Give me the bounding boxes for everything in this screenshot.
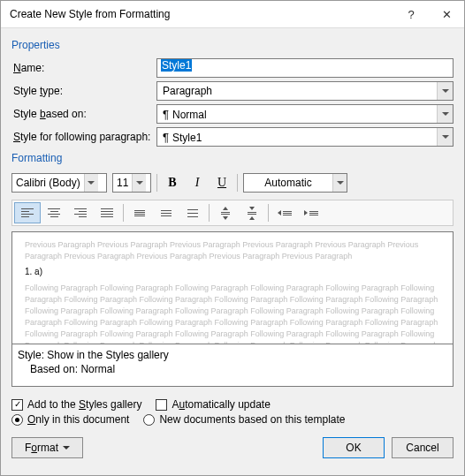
check-icon: ✓ [11, 399, 23, 411]
button-bar: Format OK Cancel [11, 432, 454, 467]
line-spacing-1-button[interactable] [126, 202, 153, 223]
add-to-gallery-checkbox[interactable]: ✓ Add to the Styles gallery [11, 398, 141, 411]
font-size-combo[interactable]: 11 [112, 173, 151, 193]
separator [268, 204, 269, 222]
line-spacing-2-button[interactable] [179, 202, 206, 223]
section-properties: Properties [11, 39, 454, 51]
dialog-content: Properties Name: Style1 Style type: Para… [1, 28, 464, 475]
formatting-bar: Calibri (Body) 11 B I U Automatic [11, 173, 454, 193]
options-area: ✓ Add to the Styles gallery Automaticall… [11, 396, 454, 428]
font-combo[interactable]: Calibri (Body) [11, 173, 107, 193]
close-button[interactable]: ✕ [429, 1, 464, 28]
help-button[interactable]: ? [393, 1, 429, 28]
dropdown-icon [63, 446, 70, 450]
name-label: Name: [11, 62, 156, 74]
based-on-combo[interactable]: ¶Normal [156, 104, 454, 124]
align-left-button[interactable] [14, 202, 41, 223]
font-color-combo[interactable]: Automatic [243, 173, 347, 193]
radio-icon [143, 414, 155, 426]
only-this-document-radio[interactable]: Only in this document [11, 413, 129, 426]
chevron-down-icon[interactable] [437, 105, 453, 123]
style-type-label: Style type: [11, 85, 156, 97]
indent-increase-button[interactable] [298, 202, 324, 223]
chevron-down-icon[interactable] [332, 174, 347, 192]
preview-sample: 1. a) [25, 266, 440, 279]
space-before-dec-button[interactable] [239, 202, 265, 223]
style-description: Style: Show in the Styles gallery Based … [11, 344, 454, 387]
separator [156, 174, 157, 192]
separator [123, 204, 124, 222]
separator [237, 174, 238, 192]
underline-button[interactable]: U [212, 173, 232, 193]
chevron-down-icon[interactable] [437, 82, 453, 100]
chevron-down-icon[interactable] [84, 174, 98, 192]
checkbox-icon [156, 399, 167, 411]
preview-previous: Previous Paragraph Previous Paragraph Pr… [25, 239, 440, 262]
dialog: Create New Style from Formatting ? ✕ Pro… [0, 0, 465, 476]
titlebar: Create New Style from Formatting ? ✕ [1, 1, 464, 28]
line-spacing-15-button[interactable] [153, 202, 179, 223]
align-justify-button[interactable] [94, 202, 120, 223]
chevron-down-icon[interactable] [437, 128, 453, 146]
style-type-combo[interactable]: Paragraph [156, 81, 454, 101]
cancel-button[interactable]: Cancel [392, 437, 454, 458]
following-style-combo[interactable]: ¶Style1 [156, 127, 454, 147]
new-documents-radio[interactable]: New documents based on this template [143, 413, 345, 426]
name-input[interactable]: Style1 [156, 58, 454, 78]
align-right-button[interactable] [67, 202, 94, 223]
separator [209, 204, 210, 222]
ok-button[interactable]: OK [323, 437, 385, 458]
chevron-down-icon[interactable] [132, 174, 146, 192]
section-formatting: Formatting [11, 152, 454, 164]
dialog-title: Create New Style from Formatting [10, 8, 393, 20]
paragraph-toolbar [11, 200, 454, 226]
radio-icon [11, 414, 23, 426]
auto-update-checkbox[interactable]: Automatically update [156, 398, 270, 411]
style-preview: Previous Paragraph Previous Paragraph Pr… [11, 231, 454, 344]
based-on-label: Style based on: [11, 108, 156, 120]
indent-decrease-button[interactable] [271, 202, 298, 223]
space-before-inc-button[interactable] [212, 202, 239, 223]
preview-following: Following Paragraph Following Paragraph … [25, 283, 440, 344]
bold-button[interactable]: B [163, 173, 182, 193]
align-center-button[interactable] [41, 202, 67, 223]
italic-button[interactable]: I [187, 173, 207, 193]
format-button[interactable]: Format [11, 437, 83, 458]
following-style-label: Style for following paragraph: [11, 131, 156, 143]
